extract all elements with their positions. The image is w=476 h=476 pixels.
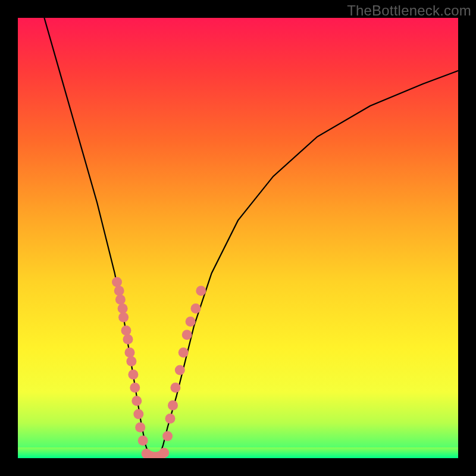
data-point [130,383,140,393]
data-point [170,383,180,393]
data-point [121,325,131,336]
data-point [114,286,124,296]
data-point [186,317,196,327]
data-point [128,369,138,380]
data-point [165,414,176,424]
chart-container: TheBottleneck.com [0,0,476,476]
curve-line [44,18,458,458]
data-point [196,286,206,296]
data-point [178,347,189,358]
data-point [191,303,201,314]
data-point [115,295,126,305]
watermark-text: TheBottleneck.com [347,2,471,19]
bottom-band [18,447,458,458]
data-point [123,334,133,345]
data-point [125,347,135,358]
chart-svg [18,18,458,458]
data-point [135,422,145,433]
data-point [175,365,185,375]
data-point [112,277,122,287]
data-point [118,303,128,314]
data-point [182,330,192,340]
data-point [126,356,136,367]
data-point [138,436,148,446]
data-point [133,409,143,419]
plot-area [18,18,458,458]
data-points [112,277,206,459]
data-point [162,431,173,441]
data-point [131,396,142,406]
data-point [118,312,129,322]
data-point [168,400,178,411]
